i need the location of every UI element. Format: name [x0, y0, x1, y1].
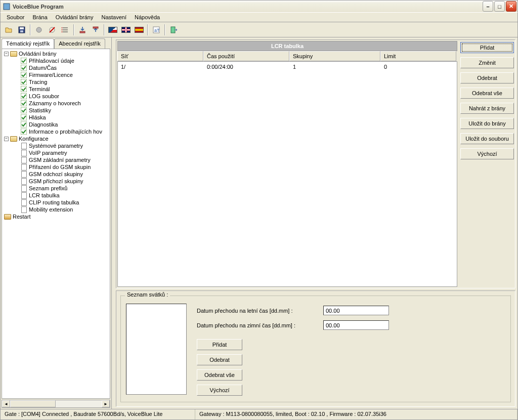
check-icon	[20, 93, 27, 99]
flag-cz-icon[interactable]	[107, 24, 119, 36]
winter-dst-label: Datum přechodu na zimní čas [dd.mm] :	[197, 322, 308, 328]
menu-soubor[interactable]: Soubor	[3, 13, 28, 21]
scroll-thumb[interactable]	[10, 400, 56, 407]
tree-item[interactable]: VoIP parametry	[2, 149, 110, 156]
tree-item[interactable]: LOG soubor	[2, 93, 110, 100]
collapse-icon[interactable]: −	[4, 137, 9, 141]
disconnect-icon[interactable]	[46, 24, 58, 36]
left-tabs: Tématický rejstřík Abecední rejstřík	[1, 37, 111, 49]
cell-sit: 1/	[118, 63, 204, 71]
holiday-vychozi-button[interactable]: Výchozí	[197, 385, 242, 396]
at-icon[interactable]: aT	[150, 24, 162, 36]
svg-point-11	[62, 29, 63, 30]
svg-rect-3	[20, 30, 23, 32]
holiday-odebrat-vse-button[interactable]: Odebrat vše	[197, 369, 242, 381]
svg-point-12	[62, 31, 63, 32]
holiday-odebrat-button[interactable]: Odebrat	[197, 354, 242, 365]
column-limit[interactable]: Limit	[380, 51, 456, 61]
tree-item[interactable]: Diagnostika	[2, 121, 110, 128]
svg-rect-13	[80, 31, 85, 33]
save-icon[interactable]	[16, 24, 28, 36]
menu-ovladani[interactable]: Ovládání brány	[52, 13, 98, 21]
scroll-right-icon[interactable]: ►	[102, 400, 110, 407]
tree-item[interactable]: Záznamy o hovorech	[2, 100, 110, 107]
svg-rect-0	[4, 4, 10, 10]
tree-item-label: Diagnostika	[29, 121, 58, 128]
tree-item-label: Firmware/Licence	[29, 72, 73, 78]
summer-dst-label: Datum přechodu na letní čas [dd.mm] :	[197, 308, 308, 314]
tree-item[interactable]: Seznam prefixů	[2, 185, 110, 192]
holiday-pridat-button[interactable]: Přidat	[197, 339, 242, 350]
maximize-button[interactable]: □	[494, 1, 505, 12]
tab-thematic[interactable]: Tématický rejstřík	[2, 38, 54, 49]
tree-item[interactable]: Firmware/Licence	[2, 71, 110, 78]
scroll-track[interactable]	[56, 400, 102, 407]
scroll-left-icon[interactable]: ◄	[2, 400, 10, 407]
gray-circle-icon[interactable]	[33, 24, 45, 36]
tree-item[interactable]: Systémové parametry	[2, 142, 110, 149]
winter-dst-input[interactable]	[323, 320, 389, 330]
svg-rect-18	[21, 58, 27, 64]
tree-item[interactable]: Informace o probíhajících hov	[2, 128, 110, 135]
tab-alphabetic[interactable]: Abecední rejstřík	[54, 38, 105, 49]
table-body[interactable]: 1/ 0:00/24:00 1 0	[117, 61, 457, 287]
tree-folder-ovladani[interactable]: − Ovládání brány	[2, 50, 110, 57]
tree-view[interactable]: − Ovládání brány Přihlašovací údajeDatum…	[2, 49, 110, 399]
left-panel: Tématický rejstřík Abecední rejstřík − O…	[1, 37, 112, 409]
tree-item[interactable]: GSM příchozí skupiny	[2, 178, 110, 185]
holidays-panel: Seznam svátků : Datum přechodu na letní …	[116, 290, 515, 407]
tree-item[interactable]: Tracing	[2, 78, 110, 86]
flag-es-icon[interactable]	[133, 24, 145, 36]
exit-icon[interactable]	[167, 24, 180, 36]
tree-item[interactable]: Statistiky	[2, 107, 110, 114]
tree-item[interactable]: LCR tabulka	[2, 192, 110, 199]
ulozit-brany-button[interactable]: Uložit do brány	[460, 118, 514, 129]
tree-item[interactable]: Přihlašovací údaje	[2, 57, 110, 64]
tree-item-label: Hláska	[29, 114, 46, 120]
tree-item[interactable]: Datum/Čas	[2, 64, 110, 71]
tree-item-label: LCR tabulka	[29, 192, 60, 198]
minimize-button[interactable]: –	[483, 1, 493, 12]
column-sit[interactable]: Síť	[117, 51, 203, 61]
ulozit-souboru-button[interactable]: Uložit do souboru	[460, 133, 514, 144]
summer-dst-input[interactable]	[323, 306, 389, 315]
tree-item[interactable]: Hláska	[2, 114, 110, 121]
tree-item[interactable]: Terminál	[2, 86, 110, 93]
svg-rect-26	[21, 114, 27, 120]
close-button[interactable]: ✕	[506, 1, 516, 12]
upload-icon[interactable]	[90, 24, 102, 36]
holiday-listbox[interactable]	[126, 304, 187, 395]
pridat-button[interactable]: Přidat	[460, 42, 514, 53]
zmenit-button[interactable]: Změnit	[460, 57, 514, 68]
menu-nastaveni[interactable]: Nastavení	[97, 13, 131, 21]
svg-rect-27	[21, 121, 27, 128]
vychozi-button[interactable]: Výchozí	[460, 148, 514, 159]
menu-brana[interactable]: Brána	[28, 13, 51, 21]
check-icon	[20, 100, 27, 106]
table-row[interactable]: 1/ 0:00/24:00 1 0	[118, 62, 457, 72]
list-icon[interactable]	[59, 24, 71, 36]
file-icon	[20, 171, 27, 177]
tree-item[interactable]: GSM základní parametry	[2, 156, 110, 163]
odebrat-button[interactable]: Odebrat	[460, 72, 514, 83]
tree-item[interactable]: GSM odchozí skupiny	[2, 171, 110, 178]
file-icon	[20, 164, 27, 170]
column-skupiny[interactable]: Skupiny	[289, 51, 380, 61]
collapse-icon[interactable]: −	[4, 52, 9, 56]
tree-folder-restart[interactable]: Restart	[2, 213, 110, 220]
horizontal-scrollbar[interactable]: ◄ ►	[2, 400, 110, 408]
check-icon	[20, 58, 27, 64]
flag-uk-icon[interactable]	[120, 24, 132, 36]
open-icon[interactable]	[3, 24, 15, 36]
download-icon[interactable]	[76, 24, 89, 36]
tree-item[interactable]: CLIP routing tabulka	[2, 199, 110, 206]
menu-napoveda[interactable]: Nápověda	[131, 13, 164, 21]
tree-item-label: Přiřazení do GSM skupin	[29, 164, 91, 170]
tree-folder-konfigurace[interactable]: − Konfigurace	[2, 135, 110, 142]
odebrat-vse-button[interactable]: Odebrat vše	[460, 88, 514, 99]
column-cas[interactable]: Čas použití	[203, 51, 289, 61]
tree-item[interactable]: Mobility extension	[2, 206, 110, 213]
tree-item[interactable]: Přiřazení do GSM skupin	[2, 163, 110, 171]
svg-rect-28	[21, 129, 27, 135]
nahrat-button[interactable]: Nahrát z brány	[460, 103, 514, 114]
